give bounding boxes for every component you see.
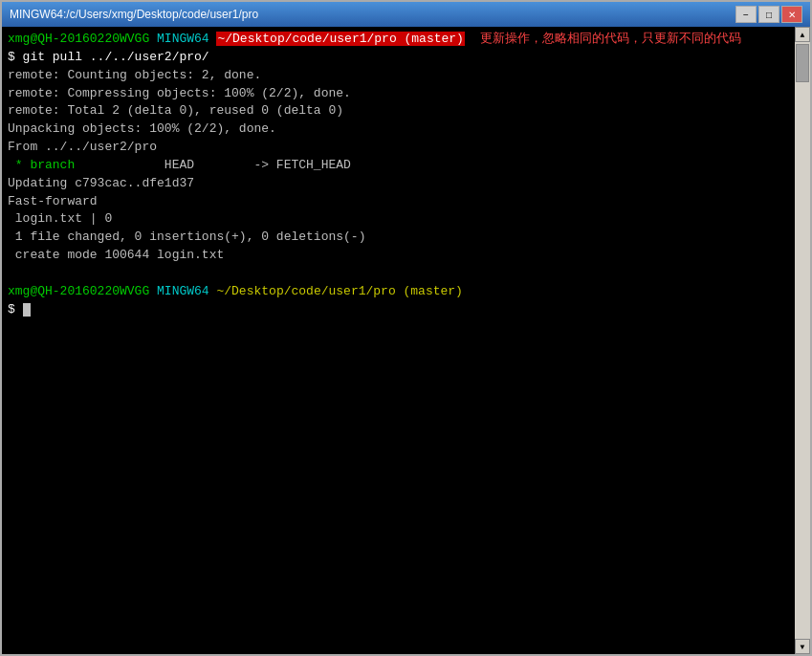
scroll-up-arrow[interactable]: ▲ [795,27,810,42]
prompt-space-2 [149,284,157,298]
output-line-4: Unpacking objects: 100% (2/2), done. [8,121,276,136]
output-line-1: remote: Counting objects: 2, done. [8,68,261,82]
prompt-user-2: xmg@QH-20160220WVGG [8,284,149,298]
output-line-9: login.txt | 0 [8,211,112,226]
branch-star: * branch [8,158,75,172]
output-line-8: Fast-forward [8,194,98,208]
terminal-cursor [23,303,31,317]
annotation-text: 更新操作，忽略相同的代码，只更新不同的代码 [480,32,741,46]
prompt-path-2: ~/Desktop/code/user1/pro (master) [216,284,462,298]
scroll-thumb[interactable] [796,44,809,82]
minimize-button[interactable]: − [735,6,757,23]
prompt-mingw-2: MINGW64 [157,284,209,298]
output-line-3: remote: Total 2 (delta 0), reused 0 (del… [8,103,343,118]
terminal-output: xmg@QH-20160220WVGG MINGW64 ~/Desktop/co… [8,31,789,650]
prompt-mingw-1: MINGW64 [157,32,209,46]
window-title: MINGW64:/c/Users/xmg/Desktop/code/user1/… [10,8,258,21]
close-button[interactable]: ✕ [781,6,802,23]
prompt-path-1: ~/Desktop/code/user1/pro (master) [216,32,464,46]
maximize-button[interactable]: □ [758,6,779,23]
terminal-window: MINGW64:/c/Users/xmg/Desktop/code/user1/… [0,0,812,656]
window-controls: − □ ✕ [735,6,802,23]
cmd-line: $ git pull ../../user2/pro/ [8,50,209,64]
prompt-space-1 [149,32,157,46]
output-line-2: remote: Compressing objects: 100% (2/2),… [8,86,351,100]
scroll-down-arrow[interactable]: ▼ [795,639,810,654]
scroll-track[interactable] [795,42,810,639]
output-line-11: create mode 100644 login.txt [8,248,224,262]
output-line-7: Updating c793cac..dfe1d37 [8,176,194,190]
prompt-dollar: $ [8,302,23,317]
output-line-10: 1 file changed, 0 insertions(+), 0 delet… [8,230,365,244]
prompt-user-1: xmg@QH-20160220WVGG [8,32,149,46]
output-line-5: From ../../user2/pro [8,140,157,154]
terminal-body[interactable]: xmg@QH-20160220WVGG MINGW64 ~/Desktop/co… [2,27,795,654]
title-bar: MINGW64:/c/Users/xmg/Desktop/code/user1/… [2,2,810,27]
scrollbar[interactable]: ▲ ▼ [795,27,810,654]
branch-rest: HEAD -> FETCH_HEAD [75,158,351,172]
